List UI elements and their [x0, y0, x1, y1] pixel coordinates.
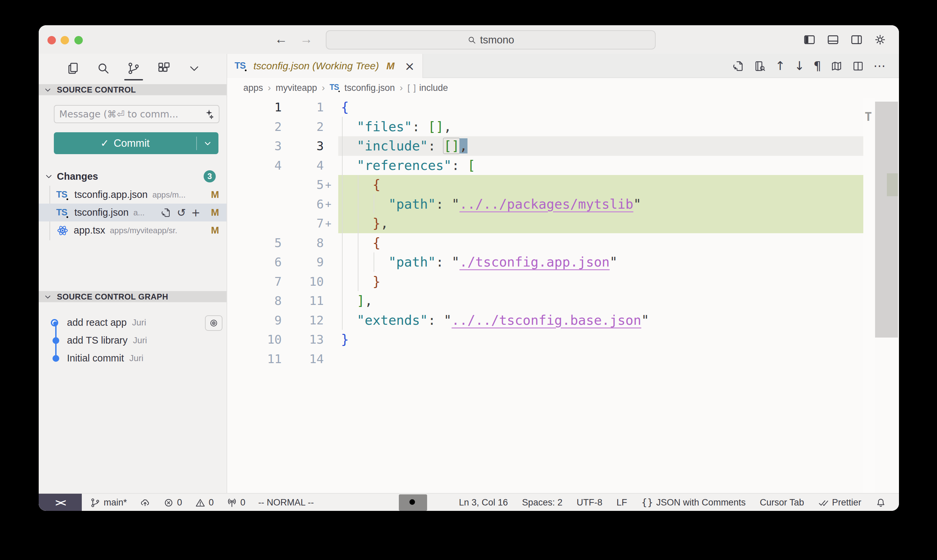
code-line-8[interactable]: 58 {: [227, 233, 863, 253]
file-path: a...: [133, 208, 145, 217]
zoom-window-button[interactable]: [74, 36, 83, 45]
modified-status-badge: M: [211, 225, 219, 236]
settings-gear-icon[interactable]: [873, 33, 887, 46]
status-eol[interactable]: LF: [617, 497, 627, 508]
ts-file-icon: TS: [329, 83, 342, 93]
close-window-button[interactable]: [48, 36, 56, 45]
status-notifications[interactable]: [875, 497, 886, 508]
diff-editor[interactable]: 11{22 "files": [],33 "include": [],44 "r…: [227, 98, 863, 369]
status-cursor-tab[interactable]: Cursor Tab: [760, 497, 804, 508]
breadcrumb-item-include[interactable]: [ ]include: [408, 83, 448, 93]
original-line-number: 7: [227, 275, 282, 288]
checkout-target-button[interactable]: [205, 315, 223, 331]
layout-sidebar-right-icon[interactable]: [850, 33, 863, 46]
vim-block-cursor: ,: [459, 138, 467, 154]
previous-change-icon[interactable]: ↑: [775, 60, 785, 72]
status-bar-left: main*000-- NORMAL --: [90, 494, 314, 511]
zoom-indicator[interactable]: [399, 494, 427, 511]
change-row-tsconfig.app.json[interactable]: TStsconfig.app.jsonapps/m...M: [39, 186, 226, 204]
source-control-graph-section-header[interactable]: SOURCE CONTROL GRAPH: [39, 291, 226, 302]
commit-button[interactable]: ✓ Commit: [54, 132, 218, 154]
status-branch[interactable]: main*: [90, 497, 127, 508]
code-line-3[interactable]: 33 "include": [],: [227, 136, 863, 156]
commit-dropdown-button[interactable]: [197, 138, 218, 148]
nav-forward-button[interactable]: →: [298, 32, 315, 46]
code-line-11[interactable]: 811 ],: [227, 291, 863, 311]
activity-item-chevron-down[interactable]: [187, 58, 202, 78]
status-cursor-position[interactable]: Ln 3, Col 16: [459, 497, 508, 508]
status-ports[interactable]: 0: [226, 497, 245, 508]
open-file-icon[interactable]: [160, 207, 171, 218]
status-vim-mode[interactable]: -- NORMAL --: [258, 497, 314, 508]
nav-back-button[interactable]: ←: [272, 32, 289, 46]
modified-line-number: 12: [282, 313, 324, 327]
code-token: :: [436, 254, 452, 269]
source-control-section-header[interactable]: SOURCE CONTROL: [39, 84, 226, 95]
original-line-number: 4: [227, 158, 282, 172]
map-icon[interactable]: [830, 60, 843, 72]
breadcrumb-item-myviteapp[interactable]: myviteapp: [275, 83, 317, 93]
remote-indicator-button[interactable]: ><: [39, 494, 82, 511]
file-search-icon[interactable]: [754, 60, 766, 72]
layout-panel-icon[interactable]: [826, 33, 840, 46]
scrollbar-slider[interactable]: [875, 102, 898, 338]
tab-tsconfig-working-tree[interactable]: TS tsconfig.json (Working Tree) M ×: [227, 54, 423, 78]
code-line-12[interactable]: 912 "extends": "../../tsconfig.base.json…: [227, 311, 863, 330]
code-line-14[interactable]: 1114: [227, 349, 863, 369]
breadcrumb-label: tsconfig.json: [344, 83, 395, 93]
status-errors[interactable]: 0: [163, 497, 182, 508]
commit-message: add react app: [67, 317, 126, 328]
activity-item-source-control[interactable]: [126, 58, 141, 78]
code-line-10[interactable]: 710 }: [227, 272, 863, 291]
commit-button-main[interactable]: ✓ Commit: [54, 137, 196, 149]
code-token: ../../packages/mytslib: [459, 197, 634, 212]
code-line-4[interactable]: 44 "references": [: [227, 156, 863, 175]
next-change-icon[interactable]: ↓: [794, 60, 805, 72]
activity-item-search[interactable]: [96, 58, 111, 78]
status-sync[interactable]: [140, 497, 151, 508]
code-line-9[interactable]: 69 "path": "./tsconfig.app.json": [227, 252, 863, 272]
split-editor-icon[interactable]: [852, 60, 864, 72]
code-line-13[interactable]: 1013}: [227, 330, 863, 349]
activity-item-files[interactable]: [66, 58, 80, 78]
change-row-tsconfig.json[interactable]: TStsconfig.jsona...↺+M: [39, 204, 226, 222]
discard-icon[interactable]: ↺: [177, 207, 186, 218]
scrollbar[interactable]: [875, 98, 898, 493]
stage-icon[interactable]: +: [191, 207, 200, 218]
code-line-6[interactable]: 6+ "path": "../../packages/mytslib": [227, 194, 863, 214]
more-icon[interactable]: ⋯: [873, 60, 886, 72]
code-token: {: [372, 177, 380, 192]
code-token: {: [341, 100, 349, 115]
sparkle-icon[interactable]: [203, 108, 214, 120]
change-row-app.tsx[interactable]: app.tsxapps/myviteapp/sr...M: [39, 222, 226, 239]
changes-header[interactable]: Changes 3: [39, 168, 226, 185]
code-token: [341, 216, 372, 231]
code-line-1[interactable]: 11{: [227, 98, 863, 117]
status-encoding[interactable]: UTF-8: [577, 497, 602, 508]
code-line-5[interactable]: 5+ {: [227, 175, 863, 194]
modified-line-number: 3: [282, 139, 324, 153]
commit-message-input[interactable]: Message (⌘⏎ to comm...: [54, 105, 220, 123]
breadcrumb-item-apps[interactable]: apps: [243, 83, 263, 93]
open-changes-icon[interactable]: [732, 60, 745, 72]
status-warnings[interactable]: 0: [195, 497, 214, 508]
commit-row-2[interactable]: add TS libraryJuri: [39, 331, 226, 349]
status-indentation[interactable]: Spaces: 2: [522, 497, 562, 508]
commit-row-1[interactable]: add react appJuri: [39, 314, 226, 331]
code-line-7[interactable]: 7+ },: [227, 214, 863, 233]
code-line-2[interactable]: 22 "files": [],: [227, 117, 863, 137]
close-tab-icon[interactable]: ×: [405, 59, 415, 73]
breadcrumb-item-tsconfig.json[interactable]: TStsconfig.json: [329, 83, 395, 93]
commit-row-3[interactable]: Initial commitJuri: [39, 349, 226, 367]
code-token: []: [428, 119, 444, 134]
indent-guide: [358, 175, 358, 291]
minimize-window-button[interactable]: [61, 36, 69, 45]
command-center-search[interactable]: tsmono: [326, 30, 655, 49]
status-formatter[interactable]: Prettier: [818, 497, 861, 508]
activity-item-extensions[interactable]: [157, 58, 171, 78]
code-token: [341, 254, 388, 269]
minimap[interactable]: T: [863, 98, 875, 493]
layout-sidebar-left-icon[interactable]: [803, 33, 816, 46]
status-language-mode[interactable]: {}JSON with Comments: [641, 497, 746, 508]
render-whitespace-icon[interactable]: ¶: [814, 60, 821, 72]
